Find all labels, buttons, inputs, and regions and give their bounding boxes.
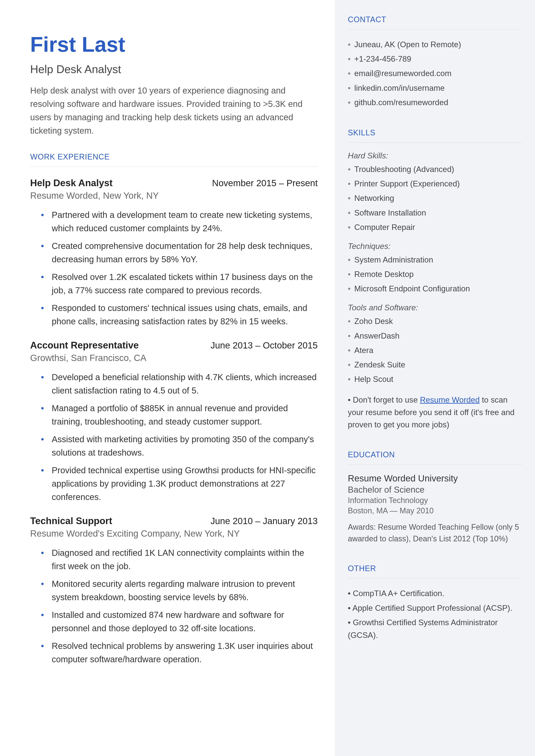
job-header: Help Desk AnalystNovember 2015 – Present xyxy=(30,178,318,188)
skill-item: Networking xyxy=(348,192,522,205)
bullet-item: Installed and customized 874 new hardwar… xyxy=(43,608,318,635)
sidebar-column: CONTACT Juneau, AK (Open to Remote)+1-23… xyxy=(335,0,535,756)
other-heading: OTHER xyxy=(348,564,522,573)
skill-item: Troubleshooting (Advanced) xyxy=(348,163,522,176)
divider xyxy=(348,29,522,30)
skill-group-label: Tools and Software: xyxy=(348,303,522,312)
divider xyxy=(348,578,522,578)
skills-heading: SKILLS xyxy=(348,128,522,137)
skill-group-label: Hard Skills: xyxy=(348,151,522,160)
bullet-item: Monitored security alerts regarding malw… xyxy=(43,577,318,604)
skill-item: Printer Support (Experienced) xyxy=(348,177,522,190)
skill-item: System Administration xyxy=(348,253,522,266)
education-degree: Bachelor of Science xyxy=(348,485,522,494)
job-title: Technical Support xyxy=(30,516,112,526)
job-title: Help Desk Analyst xyxy=(30,178,112,188)
bullet-item: Provided technical expertise using Growt… xyxy=(43,463,318,504)
skill-item: Software Installation xyxy=(348,207,522,219)
job-entry: Help Desk AnalystNovember 2015 – Present… xyxy=(30,178,318,328)
bullet-item: Assisted with marketing activities by pr… xyxy=(43,433,318,459)
contact-item: email@resumeworded.com xyxy=(348,67,522,80)
bullet-item: Developed a beneficial relationship with… xyxy=(43,371,318,397)
work-experience-heading: WORK EXPERIENCE xyxy=(30,153,318,161)
skill-item: Computer Repair xyxy=(348,221,522,234)
other-section: OTHER • CompTIA A+ Certification.• Apple… xyxy=(348,564,522,642)
skill-item: Microsoft Endpoint Configuration xyxy=(348,282,522,295)
contact-item: github.com/resumeworded xyxy=(348,96,522,109)
contact-heading: CONTACT xyxy=(348,15,522,24)
contact-item: linkedin.com/in/username xyxy=(348,82,522,95)
bullet-item: Managed a portfolio of $885K in annual r… xyxy=(43,402,318,428)
divider xyxy=(348,142,522,143)
contact-list: Juneau, AK (Open to Remote)+1-234-456-78… xyxy=(348,38,522,109)
skill-group: Tools and Software:Zoho DeskAnswerDashAt… xyxy=(348,303,522,385)
skill-list: System AdministrationRemote DesktopMicro… xyxy=(348,253,522,295)
other-list: • CompTIA A+ Certification.• Apple Certi… xyxy=(348,587,522,642)
job-bullets: Developed a beneficial relationship with… xyxy=(30,371,318,504)
job-bullets: Partnered with a development team to cre… xyxy=(30,208,318,328)
job-company: Resume Worded's Exciting Company, New Yo… xyxy=(30,528,318,539)
jobs-container: Help Desk AnalystNovember 2015 – Present… xyxy=(30,178,318,666)
education-heading: EDUCATION xyxy=(348,450,522,459)
bullet-item: Resolved technical problems by answering… xyxy=(43,639,318,666)
skills-note: • Don't forget to use Resume Worded to s… xyxy=(348,394,522,431)
skill-item: Help Scout xyxy=(348,373,522,385)
other-item: • Growthsi Certified Systems Administrat… xyxy=(348,616,522,642)
job-company: Growthsi, San Francisco, CA xyxy=(30,353,318,363)
education-section: EDUCATION Resume Worded University Bache… xyxy=(348,450,522,545)
contact-item: Juneau, AK (Open to Remote) xyxy=(348,38,522,51)
job-dates: November 2015 – Present xyxy=(212,178,318,188)
applicant-name: First Last xyxy=(30,32,318,57)
bullet-item: Partnered with a development team to cre… xyxy=(43,208,318,235)
skill-list: Zoho DeskAnswerDashAteraZendesk SuiteHel… xyxy=(348,315,522,385)
job-entry: Account RepresentativeJune 2013 – Octobe… xyxy=(30,340,318,504)
job-dates: June 2010 – January 2013 xyxy=(211,516,318,526)
contact-section: CONTACT Juneau, AK (Open to Remote)+1-23… xyxy=(348,15,522,109)
job-company: Resume Worded, New York, NY xyxy=(30,190,318,201)
summary-text: Help desk analyst with over 10 years of … xyxy=(30,84,318,137)
education-awards: Awards: Resume Worded Teaching Fellow (o… xyxy=(348,521,522,545)
skill-group-label: Techniques: xyxy=(348,242,522,251)
contact-item: +1-234-456-789 xyxy=(348,53,522,65)
resume-worded-link[interactable]: Resume Worded xyxy=(420,395,480,404)
education-location: Boston, MA — May 2010 xyxy=(348,506,522,515)
bullet-item: Created comprehensive documentation for … xyxy=(43,239,318,266)
other-item: • Apple Certified Support Professional (… xyxy=(348,602,522,614)
skill-group: Hard Skills:Troubleshooting (Advanced)Pr… xyxy=(348,151,522,234)
skill-item: Zoho Desk xyxy=(348,315,522,327)
bullet-item: Responded to customers' technical issues… xyxy=(43,301,318,328)
main-column: First Last Help Desk Analyst Help desk a… xyxy=(30,32,322,735)
job-header: Account RepresentativeJune 2013 – Octobe… xyxy=(30,340,318,350)
job-dates: June 2013 – October 2015 xyxy=(211,340,318,350)
skill-list: Troubleshooting (Advanced)Printer Suppor… xyxy=(348,163,522,234)
bullet-item: Resolved over 1.2K escalated tickets wit… xyxy=(43,270,318,297)
job-header: Technical SupportJune 2010 – January 201… xyxy=(30,516,318,526)
skills-section: SKILLS Hard Skills:Troubleshooting (Adva… xyxy=(348,128,522,431)
bullet-item: Diagnosed and rectified 1K LAN connectiv… xyxy=(43,546,318,573)
other-item: • CompTIA A+ Certification. xyxy=(348,587,522,600)
job-bullets: Diagnosed and rectified 1K LAN connectiv… xyxy=(30,546,318,666)
skill-item: Remote Desktop xyxy=(348,268,522,281)
skill-item: AnswerDash xyxy=(348,329,522,342)
skill-item: Zendesk Suite xyxy=(348,358,522,371)
job-entry: Technical SupportJune 2010 – January 201… xyxy=(30,516,318,666)
skill-item: Atera xyxy=(348,344,522,357)
applicant-title: Help Desk Analyst xyxy=(30,63,318,76)
skill-group: Techniques:System AdministrationRemote D… xyxy=(348,242,522,295)
education-school: Resume Worded University xyxy=(348,473,522,484)
job-title: Account Representative xyxy=(30,340,139,350)
education-field: Information Technology xyxy=(348,496,522,505)
